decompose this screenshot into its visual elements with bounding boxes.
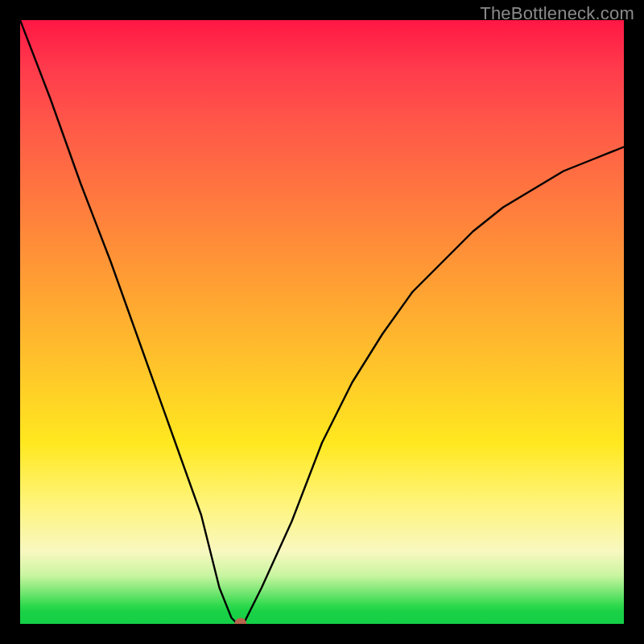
chart-frame: TheBottleneck.com: [0, 0, 644, 644]
watermark-text: TheBottleneck.com: [480, 3, 634, 24]
minimum-marker: [234, 618, 246, 625]
bottleneck-curve-svg: [20, 20, 624, 624]
bottleneck-curve-path: [20, 20, 624, 624]
